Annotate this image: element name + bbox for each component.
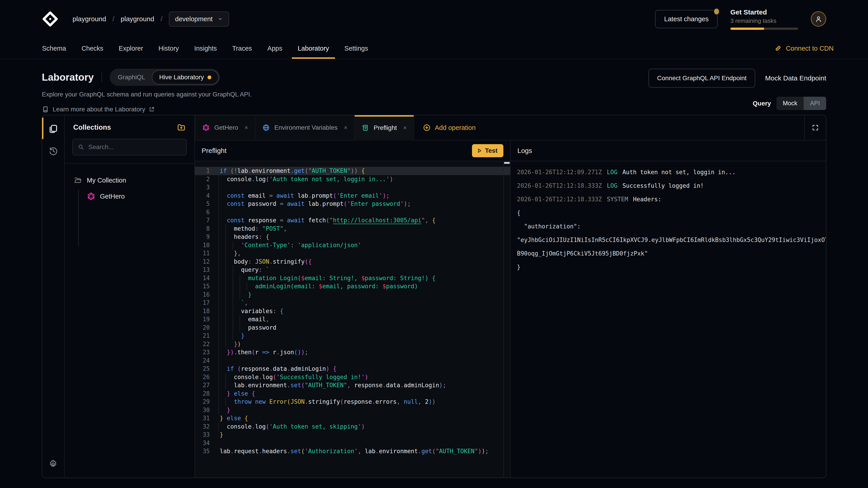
user-avatar[interactable] [811, 11, 826, 27]
code-line[interactable]: 32 console.log('Auth token set, skipping… [195, 422, 510, 431]
link-icon [774, 44, 782, 52]
tab-gethero[interactable]: GetHero × [195, 115, 255, 140]
code-line[interactable]: 18 variables: { [195, 307, 510, 315]
code-line[interactable]: 1if (!lab.environment.get("AUTH_TOKEN"))… [195, 167, 510, 175]
operation-row[interactable]: GetHero [87, 192, 194, 201]
code-line[interactable]: 14 mutation Login($email: String!, $pass… [195, 274, 510, 283]
query-mode-api[interactable]: API [804, 97, 826, 110]
code-line[interactable]: 7 const response = await fetch("http://l… [195, 216, 510, 225]
project-nav: Schema Checks Explorer History Insights … [0, 38, 868, 59]
search-input[interactable] [88, 143, 181, 151]
collections-rail-button[interactable] [46, 122, 60, 136]
code-line[interactable]: 30 } [195, 406, 510, 414]
log-entry: B90oqg_IjOmGtjP6CkiV5Jt695jBD0fjzPxk" [517, 249, 826, 263]
tab-label: GetHero [214, 124, 238, 131]
connect-endpoint-button[interactable]: Connect GraphQL API Endpoint [649, 69, 755, 88]
scrollbar-thumb[interactable] [504, 162, 510, 164]
hive-logo-icon[interactable] [42, 11, 59, 27]
close-icon[interactable]: × [245, 124, 248, 131]
code-line[interactable]: 22 }) [195, 340, 510, 348]
code-line[interactable]: 20 password [195, 324, 510, 332]
code-line[interactable]: 29 throw new Error(JSON.stringify(respon… [195, 398, 510, 406]
code-line[interactable]: 15 adminLogin(email: $email, password: $… [195, 282, 510, 291]
nav-tab-apps[interactable]: Apps [260, 38, 290, 59]
log-entry: "authorization": [517, 222, 826, 235]
line-number: 22 [195, 340, 217, 348]
code-line[interactable]: 3 [195, 183, 510, 192]
code-line[interactable]: 11 }, [195, 249, 510, 258]
mock-data-endpoint-label[interactable]: Mock Data Endpoint [765, 74, 826, 82]
mode-hive-laboratory[interactable]: Hive Laboratory [152, 70, 219, 85]
code-line[interactable]: 12 body: JSON.stringify({ [195, 258, 510, 266]
connect-to-cdn-label: Connect to CDN [786, 45, 834, 52]
add-collection-button[interactable] [177, 123, 186, 132]
close-icon[interactable]: × [344, 124, 347, 131]
line-number: 35 [195, 447, 217, 455]
code-line[interactable]: 13 query: ` [195, 266, 510, 274]
code-line[interactable]: 9 headers: { [195, 233, 510, 241]
breadcrumb-project[interactable]: playground [121, 15, 154, 23]
code-line[interactable]: 21 } [195, 332, 510, 340]
code-line[interactable]: 10 'Content-Type': 'application/json' [195, 241, 510, 250]
get-started-widget[interactable]: Get Started 3 remaining tasks [730, 8, 798, 30]
nav-tab-traces[interactable]: Traces [224, 38, 260, 59]
external-link-icon [149, 106, 155, 112]
connect-to-cdn-link[interactable]: Connect to CDN [774, 38, 834, 59]
code-line[interactable]: 34 [195, 439, 510, 447]
line-number: 24 [195, 357, 217, 365]
nav-tab-explorer[interactable]: Explorer [111, 38, 151, 59]
target-selector[interactable]: development [169, 11, 229, 27]
breadcrumb-org[interactable]: playground [72, 15, 106, 23]
code-line[interactable]: 19 email, [195, 315, 510, 324]
code-line[interactable]: 25 if (response.data.adminLogin) { [195, 365, 510, 373]
code-line[interactable]: 31} else { [195, 414, 510, 422]
nav-tab-checks[interactable]: Checks [74, 38, 111, 59]
code-editor[interactable]: 1if (!lab.environment.get("AUTH_TOKEN"))… [195, 161, 510, 478]
page-description: Explore your GraphQL schema and run quer… [42, 91, 252, 98]
code-line[interactable]: 4 const email = await lab.prompt('Enter … [195, 192, 510, 200]
learn-more-link[interactable]: Learn more about the Laboratory [42, 106, 252, 113]
line-number: 19 [195, 315, 217, 324]
collections-search[interactable] [72, 139, 187, 156]
nav-tab-settings[interactable]: Settings [337, 38, 376, 59]
code-line[interactable]: 26 console.log('Successfully logged in!'… [195, 373, 510, 381]
line-number: 12 [195, 258, 217, 266]
code-line[interactable]: 6 [195, 208, 510, 217]
code-line[interactable]: 16 } [195, 291, 510, 299]
query-mode-mock[interactable]: Mock [776, 97, 804, 110]
mode-graphiql[interactable]: GraphiQL [111, 70, 152, 84]
nav-tab-history[interactable]: History [151, 38, 186, 59]
code-line[interactable]: 27 lab.environment.set("AUTH_TOKEN", res… [195, 381, 510, 390]
code-line[interactable]: 8 method: "POST", [195, 225, 510, 233]
test-button[interactable]: Test [472, 144, 504, 157]
nav-tab-schema[interactable]: Schema [34, 38, 74, 59]
history-rail-button[interactable] [46, 144, 60, 158]
graphql-icon [87, 192, 95, 201]
test-button-label: Test [485, 147, 498, 154]
code-line[interactable]: 28 } else { [195, 390, 510, 398]
latest-changes-button[interactable]: Latest changes [655, 10, 718, 28]
line-number: 20 [195, 324, 217, 332]
line-number: 29 [195, 398, 217, 406]
close-icon[interactable]: × [403, 125, 407, 131]
settings-rail-button[interactable] [46, 457, 60, 471]
tab-environment-variables[interactable]: Environment Variables × [255, 115, 355, 140]
editor-title: Preflight [202, 147, 226, 155]
fullscreen-button[interactable] [804, 115, 826, 140]
query-mode-switch[interactable]: Mock API [776, 97, 826, 110]
code-line[interactable]: 24 [195, 357, 510, 365]
code-line[interactable]: 2 console.log('Auth token not set, loggi… [195, 175, 510, 184]
add-operation-button[interactable]: Add operation [414, 115, 485, 140]
nav-tab-insights[interactable]: Insights [186, 38, 224, 59]
code-line[interactable]: 17 `, [195, 299, 510, 307]
code-line[interactable]: 23 }).then(r => r.json()); [195, 348, 510, 357]
code-line[interactable]: 33} [195, 431, 510, 439]
nav-tab-laboratory[interactable]: Laboratory [290, 38, 337, 59]
editor-scrollbar[interactable] [503, 161, 510, 478]
code-line[interactable]: 35lab.request.headers.set('Authorization… [195, 447, 510, 455]
collection-folder-row[interactable]: My Collection [74, 176, 194, 184]
tab-preflight[interactable]: Preflight × [355, 115, 414, 140]
log-output[interactable]: 2026-01-26T12:12:09.271ZLOGAuth token no… [510, 161, 826, 478]
code-line[interactable]: 5 const password = await lab.prompt('Ent… [195, 200, 510, 208]
line-number: 18 [195, 307, 217, 315]
